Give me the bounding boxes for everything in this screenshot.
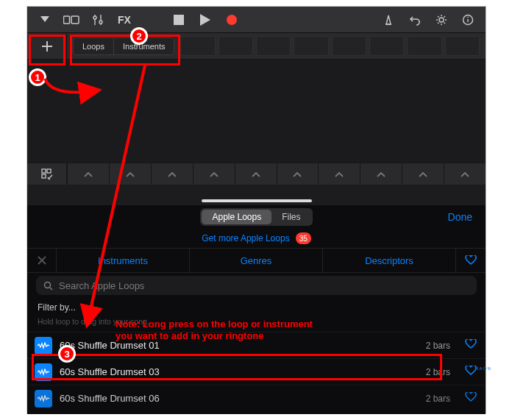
annotation-box-3 (32, 354, 442, 380)
svg-marker-0 (40, 16, 49, 22)
annotation-box-1 (29, 35, 65, 65)
mixer-icon[interactable] (88, 10, 108, 30)
waveform-icon (35, 337, 52, 355)
loop-length: 2 bars (426, 394, 450, 404)
source-segmented-control[interactable]: Apple Loops Files (200, 208, 312, 226)
annotation-circle-2: 2 (130, 27, 148, 45)
transport-bar: FX (27, 7, 486, 33)
cell[interactable] (369, 36, 404, 56)
annotation-circle-3: 3 (58, 345, 76, 363)
favorites-icon[interactable] (456, 249, 486, 272)
heart-icon[interactable] (465, 339, 477, 352)
scene-trigger[interactable] (235, 163, 277, 185)
scene-trigger[interactable] (444, 163, 486, 185)
annotation-arrow-2 (79, 65, 167, 330)
cell[interactable] (445, 36, 480, 56)
svg-point-22 (45, 282, 51, 288)
cell[interactable] (294, 36, 328, 56)
svg-point-14 (467, 16, 469, 18)
done-button[interactable]: Done (448, 211, 472, 223)
promo-label: Get more Apple Loops (202, 233, 289, 243)
svg-rect-18 (47, 169, 51, 173)
close-icon[interactable] (27, 249, 57, 272)
metronome-icon[interactable] (378, 10, 399, 30)
loop-item[interactable]: 60s Shuffle Drumset 06 2 bars (27, 385, 486, 411)
svg-point-11 (439, 18, 444, 22)
browser-menu-icon[interactable] (35, 10, 55, 30)
svg-point-9 (227, 15, 237, 25)
play-button[interactable] (195, 10, 216, 30)
cell[interactable] (180, 36, 215, 56)
svg-rect-1 (64, 16, 70, 24)
cell[interactable] (256, 36, 291, 56)
cell[interactable] (407, 36, 441, 56)
tab-genres[interactable]: Genres (190, 249, 323, 272)
filter-label: Filter by... (38, 302, 76, 313)
cell[interactable] (219, 36, 253, 56)
svg-point-4 (93, 16, 96, 19)
annotation-box-2 (70, 35, 180, 65)
undo-icon[interactable] (405, 10, 425, 30)
settings-icon[interactable] (431, 10, 452, 30)
waveform-icon (35, 390, 52, 407)
seg-apple-loops[interactable]: Apple Loops (202, 210, 271, 224)
svg-rect-7 (174, 15, 184, 25)
svg-point-6 (99, 21, 102, 24)
cell-slots (174, 33, 486, 59)
scene-trigger[interactable] (360, 163, 402, 185)
home-indicator (202, 199, 312, 202)
svg-rect-17 (42, 169, 46, 173)
scene-trigger[interactable] (193, 163, 235, 185)
record-button[interactable] (221, 10, 242, 30)
annotation-note: Note: Long press on the loop or instrume… (116, 318, 313, 343)
svg-rect-19 (42, 174, 46, 178)
grid-edit-icon[interactable] (27, 163, 67, 185)
svg-line-23 (50, 288, 52, 290)
stop-button[interactable] (168, 10, 189, 30)
scene-trigger[interactable] (318, 163, 360, 185)
seg-files[interactable]: Files (271, 210, 310, 224)
svg-marker-8 (200, 14, 210, 26)
fx-button[interactable]: FX (114, 10, 135, 30)
scene-trigger[interactable] (402, 163, 444, 185)
view-mode-icon[interactable] (61, 10, 82, 30)
heart-icon[interactable] (465, 392, 477, 405)
loop-length: 2 bars (426, 341, 450, 351)
cell[interactable] (332, 36, 366, 56)
info-icon[interactable] (458, 10, 478, 30)
svg-line-26 (88, 65, 145, 323)
svg-rect-2 (71, 16, 79, 24)
tab-descriptors[interactable]: Descriptors (323, 249, 456, 272)
watermark: RAON (475, 366, 481, 371)
scene-trigger[interactable] (277, 163, 319, 185)
search-icon (43, 281, 53, 291)
promo-count-badge: 35 (296, 232, 311, 244)
loop-name: 60s Shuffle Drumset 06 (60, 393, 419, 404)
